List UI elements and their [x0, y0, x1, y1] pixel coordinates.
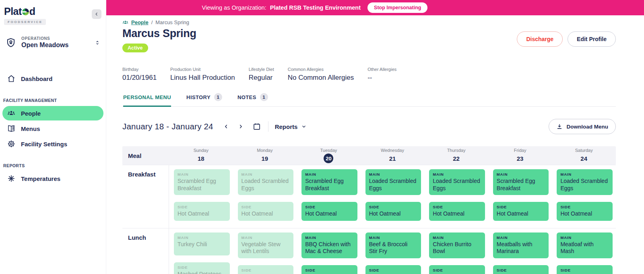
menu-item-card-side[interactable]: SIDE Sauteed Buttered Carrots	[429, 265, 485, 274]
reports-dropdown[interactable]: Reports	[275, 123, 307, 130]
toolbar-divider	[268, 121, 268, 132]
card-type-label: MAIN	[433, 172, 481, 176]
tab-label: PERSONAL MENU	[123, 94, 171, 100]
menu-item-card-side[interactable]: SIDE Hot Oatmeal	[174, 202, 230, 221]
menu-item-card-main[interactable]: MAIN Vegetable Stew with Lentils	[238, 232, 294, 258]
menu-cell-breakfast-sunday: MAIN Scrambled Egg Breakfast SIDE Hot Oa…	[169, 165, 233, 228]
breadcrumb-people-link[interactable]: People	[131, 19, 149, 25]
menu-item-card-side[interactable]: SIDE Hot Oatmeal	[365, 202, 421, 221]
sidebar-item-temperatures[interactable]: Temperatures	[2, 171, 103, 186]
menu-item-name: Hot Oatmeal	[178, 210, 226, 218]
previous-week-button[interactable]	[221, 121, 232, 132]
discharge-button[interactable]: Discharge	[517, 31, 563, 47]
menu-item-card-side[interactable]: SIDE Sauteed Buttered Carrots	[365, 265, 421, 274]
card-type-label: MAIN	[433, 235, 481, 240]
menu-item-name: Loaded Scrambled Eggs	[369, 178, 418, 192]
calendar-picker-button[interactable]	[251, 121, 262, 132]
menu-cell-breakfast-thursday: MAIN Loaded Scrambled Eggs SIDE Hot Oatm…	[424, 165, 488, 228]
card-type-label: MAIN	[178, 235, 226, 240]
logo-wordmark: Platd	[4, 6, 106, 17]
meal-row-label: Lunch	[122, 228, 169, 274]
card-type-label: MAIN	[242, 172, 290, 176]
field-value: 01/20/1961	[122, 74, 157, 82]
sidebar-section-reports: REPORTS	[3, 163, 106, 168]
menu-item-card-side[interactable]: SIDE Sauteed Buttered Carrots	[557, 265, 613, 274]
menu-row-breakfast: Breakfast MAIN Scrambled Egg Breakfast S…	[122, 165, 616, 228]
sidebar-item-menus[interactable]: Menus	[2, 121, 103, 136]
card-type-label: MAIN	[242, 235, 290, 240]
home-icon	[7, 75, 15, 83]
sidebar-item-dashboard[interactable]: Dashboard	[2, 71, 103, 86]
day-header-wednesday: Wednesday 21	[361, 148, 425, 163]
download-icon	[556, 123, 563, 130]
menu-item-card-side[interactable]: SIDE Maracroni & Cheese	[301, 265, 357, 274]
menu-item-card-side[interactable]: SIDE Hot Oatmeal	[493, 202, 549, 221]
menu-item-card-main[interactable]: MAIN Loaded Scrambled Eggs	[429, 169, 485, 195]
calendar-icon	[253, 122, 261, 131]
menu-item-card-main[interactable]: MAIN Beef & Broccoli Stir Fry	[365, 232, 421, 258]
logo-text-left: Plat	[4, 6, 22, 17]
card-type-label: MAIN	[178, 172, 226, 176]
day-name: Saturday	[575, 148, 593, 153]
menu-item-card-main[interactable]: MAIN Scrambled Egg Breakfast	[493, 169, 549, 195]
menu-item-card-main[interactable]: MAIN Loaded Scrambled Eggs	[557, 169, 613, 195]
day-date: 21	[389, 154, 396, 163]
menu-row-lunch: Lunch MAIN Turkey Chili SIDE Mashed Pota…	[122, 228, 616, 274]
download-menu-button[interactable]: Download Menu	[549, 119, 616, 134]
menu-item-card-side[interactable]: SIDE Hot Oatmeal	[301, 202, 357, 221]
sidebar-item-label: Dashboard	[21, 75, 52, 82]
sidebar-item-facility-settings[interactable]: Facility Settings	[2, 137, 103, 151]
profile-tabs: PERSONAL MENU HISTORY 1 NOTES 1	[122, 93, 616, 107]
menu-item-card-main[interactable]: MAIN Loaded Scrambled Eggs	[365, 169, 421, 195]
chevron-left-icon	[223, 123, 229, 130]
tab-history[interactable]: HISTORY 1	[186, 93, 222, 107]
gear-icon	[7, 140, 15, 148]
card-type-label: SIDE	[242, 205, 290, 209]
menu-cell-breakfast-monday: MAIN Loaded Scrambled Eggs SIDE Hot Oatm…	[233, 165, 297, 228]
field-label: Common Allergies	[288, 67, 354, 72]
chevron-down-icon	[301, 124, 307, 129]
menu-item-card-main[interactable]: MAIN Chicken Burrito Bowl	[429, 232, 485, 258]
menu-item-card-main[interactable]: MAIN Loaded Scrambled Eggs	[238, 169, 294, 195]
menu-item-card-side[interactable]: SIDE Hot Oatmeal	[557, 202, 613, 221]
menu-item-card-side[interactable]: SIDE Maracroni & Cheese	[493, 265, 549, 274]
menu-item-name: Meatloaf with Mash	[560, 241, 609, 255]
card-type-label: SIDE	[305, 205, 354, 209]
menu-item-card-main[interactable]: MAIN Meatloaf with Mash	[557, 232, 613, 258]
menu-item-card-main[interactable]: MAIN BBQ Chicken with Mac & Cheese	[301, 232, 357, 258]
logo-text-right: d	[29, 6, 35, 17]
main-column: Viewing as Organization: Plated RSB Test…	[106, 0, 644, 274]
menu-cell-lunch-thursday: MAIN Chicken Burrito Bowl SIDE Sauteed B…	[424, 228, 488, 274]
field-label: Production Unit	[170, 67, 235, 72]
menu-cell-lunch-friday: MAIN Meatballs with Marinara SIDE Maracr…	[488, 228, 552, 274]
menu-item-card-main[interactable]: MAIN Meatballs with Marinara	[493, 232, 549, 258]
menu-item-card-side[interactable]: SIDE Maracroni & Cheese	[238, 265, 294, 274]
operations-selector[interactable]: OPERATIONS Open Meadows	[6, 36, 100, 49]
stop-impersonating-button[interactable]: Stop Impersonating	[367, 2, 427, 13]
menu-item-card-main[interactable]: MAIN Scrambled Egg Breakfast	[301, 169, 357, 195]
menu-item-card-side[interactable]: SIDE Hot Oatmeal	[429, 202, 485, 221]
day-header-saturday: Saturday 24	[552, 148, 616, 163]
menu-cell-breakfast-friday: MAIN Scrambled Egg Breakfast SIDE Hot Oa…	[488, 165, 552, 228]
field-value: Regular	[249, 74, 274, 82]
tab-personal-menu[interactable]: PERSONAL MENU	[123, 93, 171, 107]
card-type-label: SIDE	[433, 205, 481, 209]
sidebar-item-label: Temperatures	[21, 175, 60, 182]
tab-count-badge: 1	[214, 93, 222, 101]
menu-item-card-side[interactable]: SIDE Hot Oatmeal	[238, 202, 294, 221]
sidebar-collapse-button[interactable]	[92, 9, 101, 19]
menu-item-name: Mashed Potatoes	[178, 271, 226, 274]
book-icon	[7, 125, 15, 133]
menu-item-card-side[interactable]: SIDE Mashed Potatoes	[174, 262, 230, 274]
sidebar-item-people[interactable]: People	[2, 106, 103, 120]
people-icon	[7, 109, 15, 117]
logo: Platd FOODSERVICE	[0, 0, 106, 25]
info-field-other-allergies: Other Allergies --	[367, 67, 396, 82]
tab-notes[interactable]: NOTES 1	[237, 93, 268, 107]
next-week-button[interactable]	[235, 121, 246, 132]
menu-item-card-main[interactable]: MAIN Scrambled Egg Breakfast	[174, 169, 230, 195]
menu-toolbar: January 18 - January 24 Reports Download…	[122, 119, 616, 134]
edit-profile-button[interactable]: Edit Profile	[568, 31, 616, 47]
card-type-label: SIDE	[305, 268, 354, 272]
menu-item-card-main[interactable]: MAIN Turkey Chili	[174, 232, 230, 255]
